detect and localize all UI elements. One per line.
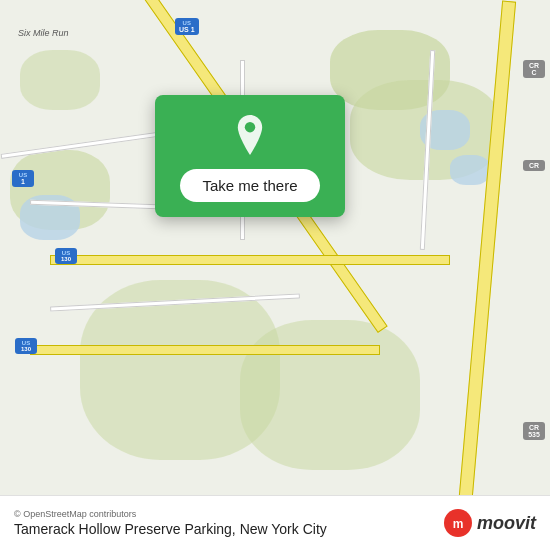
road-badge-cr535: CR 535	[523, 422, 545, 440]
location-name: Tamerack Hollow Preserve Parking, New Yo…	[14, 521, 327, 537]
road-badge-us130-2: US 130	[55, 248, 77, 264]
green-area	[240, 320, 420, 470]
moovit-icon: m	[444, 509, 472, 537]
green-area	[20, 50, 100, 110]
svg-point-0	[245, 122, 255, 132]
moovit-logo: m moovit	[444, 509, 536, 537]
road-badge-cr-right: CR C	[523, 60, 545, 78]
six-mile-run-label: Six Mile Run	[18, 28, 69, 38]
bottom-left-info: © OpenStreetMap contributors Tamerack Ho…	[14, 509, 327, 537]
road-us130-lower	[30, 345, 380, 355]
popup-card: Take me there	[155, 95, 345, 217]
road-badge-us1-left: US 1	[12, 170, 34, 187]
location-pin-icon	[230, 115, 270, 155]
water-area	[450, 155, 490, 185]
moovit-text: moovit	[477, 513, 536, 534]
map-attribution: © OpenStreetMap contributors	[14, 509, 327, 519]
road-badge-cr-right2: CR	[523, 160, 545, 171]
svg-text:m: m	[453, 517, 464, 531]
take-me-there-button[interactable]: Take me there	[180, 169, 319, 202]
road-badge-us130-3: US 130	[15, 338, 37, 354]
road-us130-horizontal	[50, 255, 450, 265]
road-badge-us1-top: US US 1	[175, 18, 199, 35]
map-container: US US 1 US 1 US 130 US 130 US 130 CR C C…	[0, 0, 550, 550]
bottom-bar: © OpenStreetMap contributors Tamerack Ho…	[0, 495, 550, 550]
